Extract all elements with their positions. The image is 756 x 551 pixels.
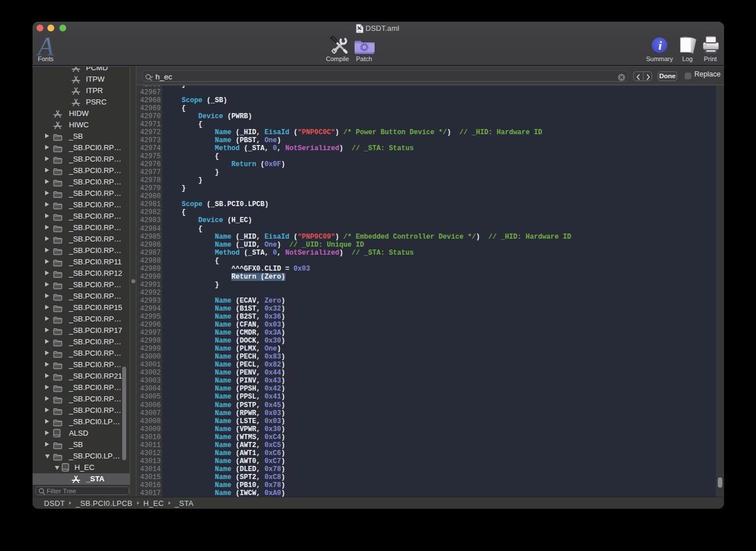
svg-text:i: i [658,38,662,53]
